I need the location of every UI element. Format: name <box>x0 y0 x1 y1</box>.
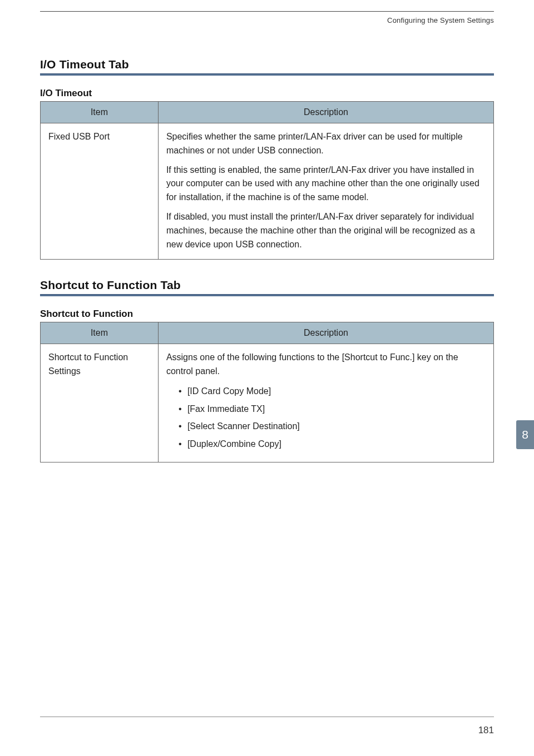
footer-rule <box>40 717 494 717</box>
list-item: [Fax Immediate TX] <box>179 402 486 416</box>
table-io-timeout: Item Description Fixed USB Port Specifie… <box>40 101 494 260</box>
cell-desc: Specifies whether the same printer/LAN-F… <box>158 123 493 260</box>
chapter-tab: 8 <box>516 420 534 449</box>
col-header-desc: Description <box>158 322 493 344</box>
list-item: [Select Scanner Destination] <box>179 419 486 434</box>
desc-paragraph: Specifies whether the same printer/LAN-F… <box>166 130 486 158</box>
divider <box>40 294 494 296</box>
page-number: 181 <box>478 725 494 736</box>
col-header-item: Item <box>41 322 159 344</box>
desc-paragraph: If this setting is enabled, the same pri… <box>166 163 486 205</box>
subheading-shortcut: Shortcut to Function <box>40 309 494 320</box>
cell-item: Shortcut to Function Settings <box>41 344 159 462</box>
cell-desc: Assigns one of the following functions t… <box>158 344 493 462</box>
list-item: [Duplex/Combine Copy] <box>179 437 486 451</box>
desc-paragraph: If disabled, you must install the printe… <box>166 210 486 251</box>
bullet-list: [ID Card Copy Mode] [Fax Immediate TX] [… <box>166 384 486 451</box>
table-row: Shortcut to Function Settings Assigns on… <box>41 344 494 462</box>
col-header-desc: Description <box>158 102 493 123</box>
divider <box>40 73 494 76</box>
section-title-io-timeout: I/O Timeout Tab <box>40 58 494 71</box>
cell-item: Fixed USB Port <box>41 123 159 260</box>
table-row: Fixed USB Port Specifies whether the sam… <box>41 123 494 260</box>
section-title-shortcut: Shortcut to Function Tab <box>40 278 494 292</box>
running-header: Configuring the System Settings <box>40 16 494 24</box>
subheading-io-timeout: I/O Timeout <box>40 88 494 99</box>
desc-intro: Assigns one of the following functions t… <box>166 351 486 379</box>
list-item: [ID Card Copy Mode] <box>179 384 486 399</box>
table-shortcut: Item Description Shortcut to Function Se… <box>40 322 494 462</box>
col-header-item: Item <box>41 102 159 123</box>
